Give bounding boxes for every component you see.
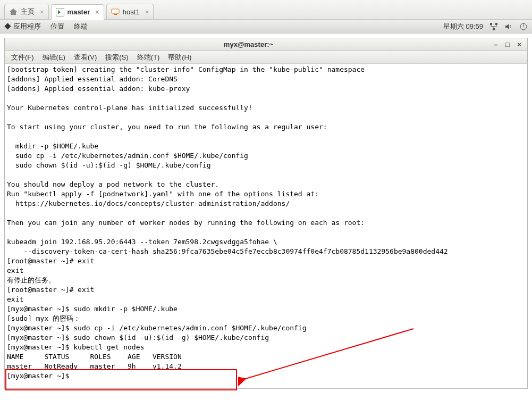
power-icon[interactable] — [519, 22, 528, 31]
panel-clock: 星期六 09:59 — [443, 22, 483, 31]
panel-places[interactable]: 位置 — [50, 22, 64, 31]
menu-search[interactable]: 搜索(S) — [102, 52, 131, 63]
tab-home-label: 主页 — [21, 7, 35, 16]
tab-master-label: master — [67, 8, 90, 16]
tab-host1-label: host1 — [123, 8, 140, 16]
svg-rect-4 — [493, 28, 495, 30]
window-title: myx@master:~ — [8, 40, 489, 48]
svg-rect-3 — [495, 23, 497, 25]
tab-master[interactable]: master × — [51, 4, 104, 20]
menu-file[interactable]: 文件(F) — [8, 52, 37, 63]
terminal-body[interactable]: [bootstrap-token] creating the "cluster-… — [5, 64, 527, 388]
maximize-button[interactable]: □ — [503, 40, 512, 49]
svg-rect-1 — [114, 14, 117, 15]
menu-terminal[interactable]: 终端(T) — [134, 52, 163, 63]
console-icon — [56, 8, 64, 16]
svg-rect-0 — [112, 9, 119, 13]
close-icon[interactable]: × — [145, 8, 149, 16]
menu-edit[interactable]: 编辑(E) — [39, 52, 69, 63]
vm-tabstrip: 主页 × master × host1 × — [0, 0, 532, 20]
desktop-panel: ◆ 应用程序 位置 终端 星期六 09:59 — [0, 20, 532, 34]
menu-help[interactable]: 帮助(H) — [165, 52, 195, 63]
close-icon[interactable]: × — [95, 8, 99, 16]
home-icon — [9, 7, 18, 16]
host-icon — [111, 7, 120, 16]
minimize-button[interactable]: – — [491, 40, 501, 49]
tab-host1[interactable]: host1 × — [106, 4, 154, 19]
network-icon[interactable] — [489, 22, 498, 31]
svg-rect-2 — [490, 23, 492, 25]
panel-apps[interactable]: ◆ 应用程序 — [4, 22, 41, 31]
panel-terminal[interactable]: 终端 — [74, 22, 88, 31]
window-titlebar[interactable]: myx@master:~ – □ × — [5, 38, 527, 51]
tab-home[interactable]: 主页 × — [4, 4, 49, 19]
menu-view[interactable]: 查看(V) — [71, 52, 100, 63]
terminal-window: myx@master:~ – □ × 文件(F) 编辑(E) 查看(V) 搜索(… — [4, 38, 528, 389]
close-icon[interactable]: × — [40, 8, 44, 16]
volume-icon[interactable] — [504, 22, 513, 31]
close-button[interactable]: × — [514, 40, 524, 49]
terminal-menubar: 文件(F) 编辑(E) 查看(V) 搜索(S) 终端(T) 帮助(H) — [5, 51, 527, 64]
